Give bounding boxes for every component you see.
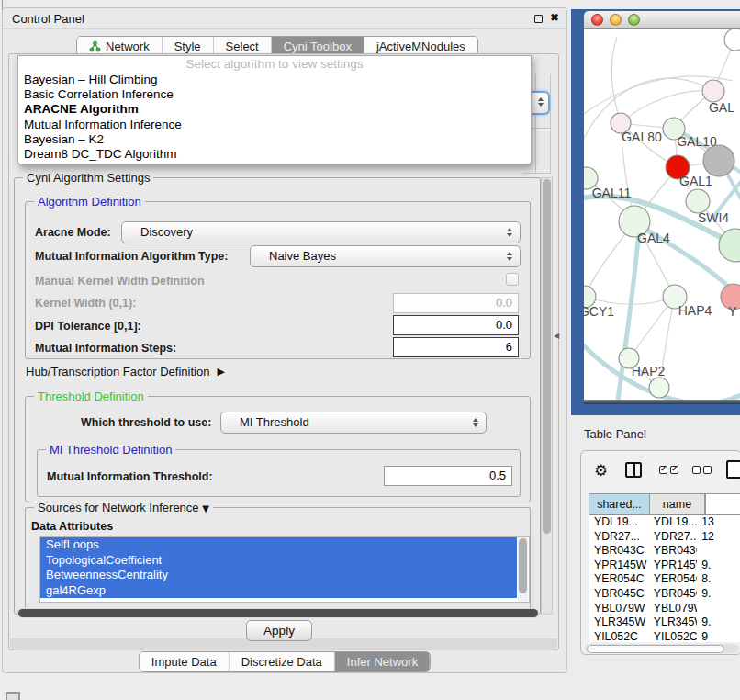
network-node[interactable] <box>649 378 669 398</box>
deselect-all-rows-icon[interactable] <box>692 466 712 474</box>
close-traffic-light-icon[interactable] <box>591 14 603 26</box>
table-row[interactable]: YLR345W YLR345W 9. <box>589 615 740 630</box>
network-nodes: GALGAL80GAL10GAL1GAL11SWI4GAL4GCY1HAP4YH… <box>584 29 740 398</box>
table-header-row: shared...name <box>589 494 740 515</box>
network-node-label: GAL4 <box>637 231 670 245</box>
dropdown-item[interactable]: ARACNE Algorithm <box>18 102 531 117</box>
mi-threshold-field[interactable]: 0.5 <box>384 466 512 486</box>
aracne-mode-value: Discovery <box>140 225 193 239</box>
table-row[interactable]: YDL19... YDL19... 13 <box>589 515 740 530</box>
table-panel: ⚙ shared...name YDL19... YDL19... 13 <box>580 450 740 655</box>
tab-label: Cyni Toolbox <box>284 40 352 53</box>
gear-icon[interactable]: ⚙ <box>594 461 608 480</box>
occluded-groupbox-edge <box>522 173 550 174</box>
network-node-label: GAL10 <box>677 134 717 149</box>
dropdown-item[interactable]: Basic Correlation Inference <box>18 87 531 102</box>
network-window-titlebar[interactable] <box>584 11 740 29</box>
table-row[interactable]: YBL079W YBL079W <box>589 602 740 616</box>
network-window-shadow <box>584 400 740 404</box>
apply-button[interactable]: Apply <box>246 620 312 641</box>
show-columns-icon[interactable] <box>625 462 642 478</box>
sources-group: Sources for Network Inference ▼ Data Att… <box>25 507 531 615</box>
algorithm-definition-title: Algorithm Definition <box>34 195 145 209</box>
control-panel-tab[interactable]: jActiveMNodules <box>364 37 477 55</box>
mi-type-select[interactable]: Naive Bayes <box>250 245 521 267</box>
control-panel-tab[interactable]: Cyni Toolbox <box>272 37 364 55</box>
settings-vertical-scrollbar[interactable] <box>541 177 553 615</box>
cyni-mode-tab[interactable]: Infer Network <box>335 652 430 671</box>
network-node[interactable] <box>719 229 740 262</box>
hub-definition-toggle[interactable]: Hub/Transcription Factor Definition ▶ <box>26 365 225 378</box>
data-attributes-label: Data Attributes <box>31 520 113 533</box>
control-panel-tab[interactable]: Style <box>163 37 214 55</box>
function-builder-icon[interactable] <box>726 460 740 479</box>
which-threshold-label: Which threshold to use: <box>81 416 211 429</box>
table-header-cell[interactable] <box>705 494 706 514</box>
algorithm-dropdown-popup: Select algorithm to view settings Bayesi… <box>17 55 532 165</box>
network-node-gal[interactable] <box>702 80 724 102</box>
table-row[interactable]: YER054C YER054C 8. <box>589 572 740 587</box>
table-row[interactable]: YIL052C YIL052C 9 <box>589 630 740 642</box>
network-node-label: GAL11 <box>592 186 632 200</box>
cyni-algorithm-settings-group: Cyni Algorithm Settings Algorithm Defini… <box>14 177 541 615</box>
combo-arrows-icon <box>507 252 512 261</box>
cyni-mode-tab[interactable]: Discretize Data <box>230 652 335 671</box>
table-horizontal-scrollbar[interactable] <box>585 644 739 653</box>
table-row[interactable]: YBR045C YBR045C 9. <box>589 587 740 602</box>
zoom-traffic-light-icon[interactable] <box>628 14 640 26</box>
network-node[interactable] <box>724 29 740 51</box>
select-all-rows-icon[interactable] <box>659 466 678 474</box>
table-row[interactable]: YDR27... YDR27... 12 <box>589 530 740 545</box>
expand-right-icon: ▶ <box>217 366 224 378</box>
table-row[interactable]: YBR043C YBR043C <box>589 544 740 559</box>
sources-title: Sources for Network Inference ▼ <box>34 501 213 514</box>
network-node-label: HAP4 <box>678 303 712 318</box>
float-window-icon[interactable] <box>534 15 543 23</box>
tab-label: Select <box>226 40 259 53</box>
control-panel-tab[interactable]: Select <box>214 37 272 55</box>
table-row[interactable]: YPR145W YPR145W 9. <box>589 559 740 573</box>
attribute-item[interactable]: SelfLoops <box>40 537 517 553</box>
dropdown-item[interactable]: Mutual Information Inference <box>18 118 531 132</box>
kernel-width-label: Kernel Width (0,1): <box>35 297 136 310</box>
close-icon[interactable]: ✖ <box>550 11 559 24</box>
table-header-cell[interactable]: name <box>650 494 705 514</box>
mi-steps-field[interactable]: 6 <box>393 337 519 357</box>
combo-arrows-icon <box>473 418 478 427</box>
manual-kernel-label: Manual Kernel Width Definition <box>35 275 205 288</box>
network-graph: GALGAL80GAL10GAL1GAL11SWI4GAL4GCY1HAP4YH… <box>584 29 740 400</box>
collapse-down-icon[interactable]: ▼ <box>202 503 209 514</box>
panel-collapse-icon[interactable]: ◀ <box>554 332 559 340</box>
network-icon <box>89 40 101 52</box>
attributes-list-scrollbar[interactable] <box>518 537 528 602</box>
occluded-groupbox-edge <box>535 74 536 174</box>
control-panel-tab[interactable]: Network <box>77 37 163 55</box>
network-node[interactable] <box>703 145 734 176</box>
tab-label: Infer Network <box>347 655 418 669</box>
dropdown-placeholder: Select algorithm to view settings <box>18 57 531 71</box>
mi-threshold-definition-group: MI Threshold Definition Mutual Informati… <box>37 449 521 497</box>
hub-definition-label: Hub/Transcription Factor Definition <box>26 365 209 378</box>
minimize-traffic-light-icon[interactable] <box>610 14 622 26</box>
combo-arrows-icon <box>538 97 544 107</box>
attribute-item[interactable]: gal4RGexp <box>40 583 517 599</box>
attribute-item[interactable]: TopologicalCoefficient <box>40 553 517 569</box>
minimized-panel-icon[interactable] <box>6 692 20 700</box>
dropdown-item[interactable]: Bayesian – Hill Climbing <box>18 73 531 87</box>
occluded-groupbox-edge <box>550 74 551 174</box>
dropdown-item[interactable]: Bayesian – K2 <box>18 132 531 147</box>
dropdown-item[interactable]: Dream8 DC_TDC Algorithm <box>18 147 531 162</box>
mi-threshold-definition-title: MI Threshold Definition <box>46 443 175 457</box>
attribute-item[interactable]: BetweennessCentrality <box>40 568 517 583</box>
kernel-width-field[interactable]: 0.0 <box>393 293 519 313</box>
cyni-bottom-tabs: Impute Data Discretize Data Infer Networ… <box>139 651 431 672</box>
table-toolbar: ⚙ <box>581 451 740 493</box>
cyni-mode-tab[interactable]: Impute Data <box>140 652 230 671</box>
dpi-tolerance-field[interactable]: 0.0 <box>393 315 519 335</box>
manual-kernel-checkbox[interactable] <box>506 273 519 286</box>
network-canvas[interactable]: GALGAL80GAL10GAL1GAL11SWI4GAL4GCY1HAP4YH… <box>584 29 740 400</box>
table-header-cell[interactable]: shared... <box>589 494 650 514</box>
aracne-mode-select[interactable]: Discovery <box>121 221 521 243</box>
which-threshold-select[interactable]: MI Threshold <box>220 412 487 434</box>
settings-horizontal-scrollbar[interactable] <box>17 608 539 618</box>
